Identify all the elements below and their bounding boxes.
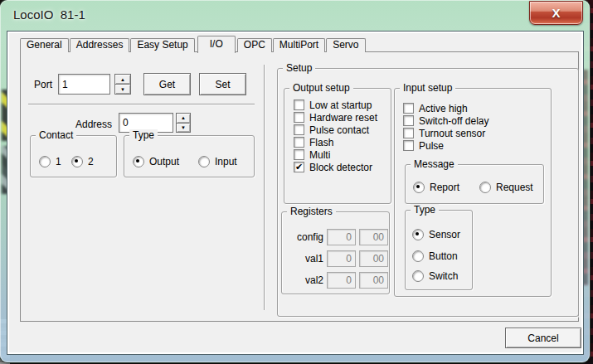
config-hex-field: 00 [359, 229, 388, 245]
radio-icon [39, 156, 51, 167]
checkbox-pulse[interactable]: ✔ Pulse [403, 139, 489, 152]
radio-icon [133, 156, 144, 167]
radio-request[interactable]: Request [479, 182, 533, 193]
checkbox-icon: ✔ [294, 124, 304, 135]
radio-label: Report [430, 182, 459, 193]
checkbox-active-high[interactable]: ✔ Active high [403, 102, 489, 114]
contact-group: Contact 1 2 [30, 135, 117, 177]
checkbox-icon: ✔ [294, 162, 304, 172]
checkbox-label: Pulse contact [309, 124, 369, 136]
radio-report[interactable]: Report [413, 182, 459, 193]
checkbox-icon: ✔ [403, 140, 414, 151]
dialog-client-area: General Addresses Easy Setup I/O OPC Mul… [7, 31, 584, 355]
register-label: val1 [285, 253, 323, 265]
checkbox-label: Turnout sensor [419, 128, 485, 139]
radio-contact-1[interactable]: 1 [39, 156, 61, 167]
val1-hex-field: 00 [359, 250, 388, 267]
sensor-type-group-label: Type [411, 204, 439, 216]
radio-icon [479, 182, 491, 193]
radio-input[interactable]: Input [198, 156, 237, 167]
checkbox-label: Hardware reset [309, 112, 377, 124]
radio-switch-opt[interactable]: Switch [412, 270, 458, 282]
checkbox-label: Active high [419, 103, 468, 114]
input-setup-group: Input setup ✔ Active high ✔ Switch-off d… [394, 88, 552, 297]
checkbox-label: Block detector [309, 162, 372, 173]
registers-group: Registers config 0 00 val1 0 00 [281, 211, 390, 294]
message-group: Message Report Request [405, 164, 544, 204]
tab-bar: General Addresses Easy Setup I/O OPC Mul… [20, 35, 367, 52]
window-title: LocoIO 81-1 [13, 7, 85, 22]
output-setup-group: Output setup ✔ Low at startup ✔ Hardware… [284, 88, 391, 204]
tab-easy-setup[interactable]: Easy Setup [130, 38, 194, 52]
checkbox-label: Pulse [419, 140, 444, 152]
register-row-val1: val1 0 00 [285, 250, 391, 267]
close-button[interactable]: X [529, 1, 583, 25]
radio-icon [413, 182, 425, 193]
radio-icon [198, 156, 210, 167]
checkbox-icon: ✔ [403, 128, 414, 138]
config-dec-field: 0 [327, 229, 356, 245]
checkbox-block-detector[interactable]: ✔ Block detector [294, 161, 377, 173]
address-label: Address [36, 119, 112, 130]
port-input[interactable]: 1 [58, 74, 110, 95]
spin-down-icon[interactable]: ▼ [114, 84, 131, 95]
radio-button-opt[interactable]: Button [412, 250, 458, 262]
cancel-button[interactable]: Cancel [505, 328, 581, 348]
checkbox-multi[interactable]: ✔ Multi [294, 148, 377, 161]
checkbox-icon: ✔ [294, 137, 304, 148]
message-group-label: Message [411, 158, 458, 171]
vertical-divider [264, 65, 265, 310]
set-button[interactable]: Set [199, 73, 246, 95]
checkbox-icon: ✔ [294, 99, 304, 110]
port-spinner: ▲ ▼ [114, 74, 131, 95]
register-label: val2 [285, 274, 323, 286]
checkbox-icon: ✔ [294, 149, 304, 160]
tab-general[interactable]: General [20, 38, 69, 52]
checkbox-icon: ✔ [403, 115, 414, 126]
tab-addresses[interactable]: Addresses [70, 38, 130, 52]
register-row-config: config 0 00 [285, 229, 391, 245]
setup-group-label: Setup [283, 62, 315, 75]
checkbox-icon: ✔ [294, 112, 304, 123]
port-type-group-label: Type [129, 129, 158, 142]
checkbox-turnout-sensor[interactable]: ✔ Turnout sensor [403, 127, 489, 139]
separator-line [28, 104, 255, 105]
radio-icon [71, 156, 83, 167]
radio-contact-2[interactable]: 2 [71, 156, 94, 167]
output-setup-label: Output setup [289, 82, 353, 95]
radio-sensor[interactable]: Sensor [412, 229, 460, 240]
port-label: Port [34, 79, 52, 90]
tab-servo[interactable]: Servo [326, 38, 365, 52]
registers-group-label: Registers [287, 206, 336, 218]
radio-icon [412, 229, 424, 240]
register-row-val2: val2 0 00 [285, 272, 391, 289]
checkbox-flash[interactable]: ✔ Flash [294, 136, 377, 148]
checkbox-low-at-startup[interactable]: ✔ Low at startup [294, 99, 377, 111]
radio-output[interactable]: Output [133, 156, 179, 167]
tab-multiport[interactable]: MultiPort [273, 38, 325, 52]
checkbox-switch-off-delay[interactable]: ✔ Switch-off delay [403, 114, 489, 127]
checkbox-icon: ✔ [403, 103, 414, 114]
radio-label: 1 [56, 156, 61, 167]
contact-group-label: Contact [36, 129, 76, 142]
close-icon: X [552, 7, 560, 19]
address-spinner: ▲ ▼ [176, 113, 191, 133]
val1-dec-field: 0 [327, 250, 356, 267]
get-button[interactable]: Get [143, 73, 191, 95]
checkbox-pulse-contact[interactable]: ✔ Pulse contact [294, 124, 377, 136]
tab-opc[interactable]: OPC [237, 38, 272, 52]
radio-label: Sensor [429, 229, 460, 240]
checkbox-hardware-reset[interactable]: ✔ Hardware reset [294, 111, 377, 124]
radio-label: Request [496, 182, 533, 193]
spin-down-icon[interactable]: ▼ [176, 123, 191, 133]
radio-label: Output [149, 156, 179, 167]
checkbox-label: Switch-off delay [419, 115, 489, 127]
port-type-group: Type Output Input [124, 135, 255, 177]
tab-io[interactable]: I/O [197, 36, 236, 53]
input-setup-label: Input setup [400, 82, 455, 95]
radio-icon [412, 250, 424, 262]
checkbox-label: Flash [309, 137, 333, 148]
setup-group: Setup Output setup ✔ Low at startup ✔ Ha… [277, 68, 579, 317]
val2-hex-field: 00 [359, 272, 388, 289]
radio-icon [412, 270, 424, 282]
